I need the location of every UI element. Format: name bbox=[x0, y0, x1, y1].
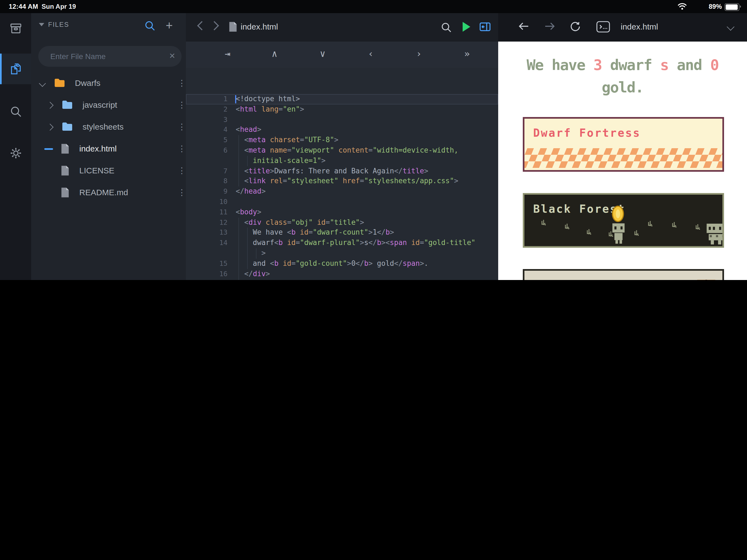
run-icon[interactable] bbox=[463, 22, 470, 32]
files-icon[interactable] bbox=[0, 54, 31, 84]
gear-icon[interactable] bbox=[0, 138, 31, 169]
battery-icon bbox=[725, 3, 739, 11]
code-line-1[interactable]: 1<!doctype html> bbox=[186, 94, 498, 104]
date: Sun Apr 19 bbox=[42, 3, 76, 10]
preview-back-icon[interactable] bbox=[518, 21, 530, 34]
code-line-2[interactable]: 2<html lang="en"> bbox=[186, 104, 498, 115]
caret-down-icon[interactable]: ∨ bbox=[316, 48, 329, 59]
item-menu-icon[interactable]: ⋮ bbox=[178, 165, 186, 176]
grass-sprite bbox=[586, 229, 592, 239]
item-menu-icon[interactable]: ⋮ bbox=[178, 100, 186, 110]
activity-sidebar bbox=[0, 13, 31, 280]
files-panel-header[interactable]: FILES bbox=[39, 21, 69, 28]
code-line-8[interactable]: 8 <link rel="stylesheet" href="styleshee… bbox=[186, 176, 498, 187]
clock: 12:44 AM bbox=[9, 3, 38, 10]
files-panel: FILES + ✕ Dwarfs⋮javascript⋮stylesheets⋮… bbox=[31, 13, 187, 280]
editor-tab-filename[interactable]: index.html bbox=[241, 22, 278, 31]
code-line-14[interactable]: 14 dwarf<b id="dwarf-plural">s</b><span … bbox=[186, 238, 498, 248]
document-icon bbox=[229, 21, 237, 34]
code-text: initial-scale=1"> bbox=[236, 156, 326, 166]
code-line-wrap[interactable]: > bbox=[186, 248, 498, 259]
collapse-triangle-icon bbox=[39, 23, 44, 26]
code-line-3[interactable]: 3 bbox=[186, 114, 498, 125]
treasure-title: Fabled Treasure bbox=[533, 278, 648, 280]
preview-address[interactable]: index.html bbox=[621, 22, 658, 31]
playjs-app: 12:44 AM Sun Apr 19 89% FILES + bbox=[0, 0, 747, 280]
double-angle-right-icon[interactable]: » bbox=[460, 48, 473, 59]
chevron-down-icon[interactable] bbox=[727, 23, 735, 31]
preview-page: We have 3 dwarf s and 0gold. Dwarf Fortr… bbox=[498, 42, 747, 280]
editor-keybar: ⇥ ∧ ∨ ‹ › » bbox=[186, 42, 498, 68]
folder-label: Dwarfs bbox=[75, 78, 100, 87]
code-line-9[interactable]: 9</head> bbox=[186, 186, 498, 197]
tab-key-icon[interactable]: ⇥ bbox=[221, 48, 234, 59]
line-number: 3 bbox=[186, 114, 228, 125]
code-line-12[interactable]: 12 <div class="obj" id="title"> bbox=[186, 218, 498, 228]
file-tree-item-stylesheets[interactable]: stylesheets⋮ bbox=[31, 116, 186, 138]
file-label: LICENSE bbox=[79, 166, 114, 175]
item-menu-icon[interactable]: ⋮ bbox=[178, 78, 186, 88]
chevron-down-icon[interactable] bbox=[39, 80, 46, 87]
gold-coin-sprite bbox=[612, 205, 625, 225]
file-tree-item-license[interactable]: LICENSE⋮ bbox=[31, 160, 186, 182]
file-search-icon[interactable] bbox=[144, 20, 156, 34]
file-tree-item-index-html[interactable]: index.html⋮ bbox=[31, 138, 186, 160]
dwarf-gold-headline: We have 3 dwarf s and 0gold. bbox=[498, 54, 747, 98]
angle-right-icon[interactable]: › bbox=[412, 48, 426, 59]
line-number: 12 bbox=[186, 218, 228, 228]
file-tree-item-dwarfs[interactable]: Dwarfs⋮ bbox=[31, 72, 186, 94]
file-tree: Dwarfs⋮javascript⋮stylesheets⋮index.html… bbox=[31, 72, 186, 203]
caret-up-icon[interactable]: ∧ bbox=[268, 48, 281, 59]
code-line-13[interactable]: 13 We have <b id="dwarf-count">1</b> bbox=[186, 228, 498, 238]
code-text: <link rel="stylesheet" href="stylesheets… bbox=[236, 176, 458, 187]
editor-forward-icon[interactable] bbox=[210, 21, 219, 30]
terminal-icon[interactable] bbox=[596, 21, 610, 35]
chevron-right-icon[interactable] bbox=[47, 124, 53, 130]
editor-search-icon[interactable] bbox=[440, 21, 452, 35]
folder-label: javascript bbox=[83, 100, 117, 109]
line-number: 7 bbox=[186, 166, 228, 176]
code-line-6[interactable]: 6 <meta name="viewport" content="width=d… bbox=[186, 146, 498, 156]
code-text: </div> bbox=[236, 269, 270, 279]
code-area[interactable]: 1<!doctype html>2<html lang="en">34<head… bbox=[186, 68, 498, 280]
web-preview: index.html We have 3 dwarf s and 0gold. … bbox=[498, 13, 747, 280]
code-line-16[interactable]: 16 </div> bbox=[186, 269, 498, 279]
code-line-17[interactable]: 17 <div class="obj" id="fortress"> bbox=[186, 279, 498, 280]
code-line-7[interactable]: 7 <title>Dwarfs: There and Back Again</t… bbox=[186, 166, 498, 176]
file-name-input[interactable] bbox=[38, 46, 182, 67]
file-tree-item-javascript[interactable]: javascript⋮ bbox=[31, 94, 186, 116]
line-number: 6 bbox=[186, 146, 228, 156]
chevron-right-icon[interactable] bbox=[47, 102, 53, 108]
battery-percent: 89% bbox=[709, 3, 722, 10]
line-number: 17 bbox=[186, 279, 228, 280]
split-view-icon[interactable] bbox=[479, 21, 491, 34]
angle-left-icon[interactable]: ‹ bbox=[364, 48, 377, 59]
item-menu-icon[interactable]: ⋮ bbox=[178, 121, 186, 132]
code-text: <meta name="viewport" content="width=dev… bbox=[236, 146, 458, 156]
code-text: <div class="obj" id="fortress"> bbox=[236, 279, 377, 280]
item-menu-icon[interactable]: ⋮ bbox=[178, 143, 186, 154]
clear-input-icon[interactable]: ✕ bbox=[169, 52, 175, 59]
code-line-10[interactable]: 10 bbox=[186, 197, 498, 207]
code-line-5[interactable]: 5 <meta charset="UTF-8"> bbox=[186, 135, 498, 146]
code-line-wrap[interactable]: initial-scale=1"> bbox=[186, 156, 498, 166]
fortress-checker-pattern bbox=[523, 148, 724, 168]
file-label: index.html bbox=[79, 144, 117, 153]
line-number: 16 bbox=[186, 269, 228, 279]
editor-back-icon[interactable] bbox=[197, 21, 206, 30]
code-text: <title>Dwarfs: There and Back Again</tit… bbox=[236, 166, 428, 176]
code-line-15[interactable]: 15 and <b id="gold-count">0</b> gold</sp… bbox=[186, 259, 498, 269]
archive-icon[interactable] bbox=[0, 13, 31, 44]
add-file-icon[interactable]: + bbox=[166, 19, 173, 33]
search-icon[interactable] bbox=[0, 96, 31, 127]
preview-reload-icon[interactable] bbox=[570, 21, 581, 34]
item-menu-icon[interactable]: ⋮ bbox=[178, 187, 186, 198]
code-text: <div class="obj" id="title"> bbox=[236, 218, 364, 228]
preview-forward-icon[interactable] bbox=[544, 21, 556, 34]
grass-sprite bbox=[647, 221, 654, 231]
code-line-4[interactable]: 4<head> bbox=[186, 125, 498, 135]
file-tree-item-readme-md[interactable]: README.md⋮ bbox=[31, 182, 186, 203]
code-line-11[interactable]: 11<body> bbox=[186, 207, 498, 218]
grass-sprite bbox=[633, 230, 640, 240]
status-bar: 12:44 AM Sun Apr 19 89% bbox=[0, 0, 747, 13]
